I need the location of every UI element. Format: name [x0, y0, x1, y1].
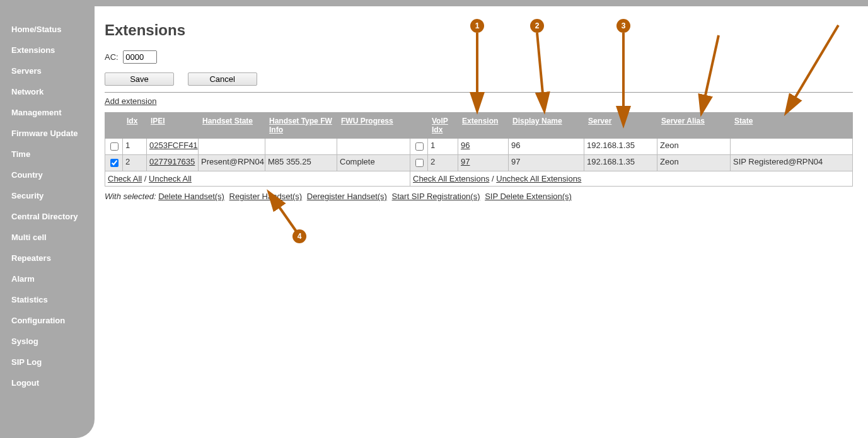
deregister-handsets-link[interactable]: Deregister Handset(s)	[307, 192, 387, 201]
cell-handset-type	[265, 139, 337, 155]
sidebar-item-configuration[interactable]: Configuration	[0, 310, 95, 331]
sidebar-item-sip-log[interactable]: SIP Log	[0, 352, 95, 372]
table-row: 2 0277917635 Present@RPN04 M85 355.25 Co…	[105, 155, 853, 171]
table-footer-row: Check All / Uncheck All Check All Extens…	[105, 171, 853, 187]
main-content: Extensions AC: Save Cancel Add extension	[95, 6, 868, 438]
cell-idx: 1	[123, 139, 147, 155]
cell-server-alias: Zeon	[657, 139, 731, 155]
ac-row: AC:	[105, 50, 853, 64]
col-voip-checkbox	[410, 113, 428, 139]
delete-handsets-link[interactable]: Delete Handset(s)	[158, 192, 224, 201]
separator	[105, 92, 853, 93]
top-bar	[0, 0, 868, 6]
voip-checkbox[interactable]	[415, 159, 424, 167]
voip-checkbox[interactable]	[415, 142, 424, 151]
col-idx[interactable]: Idx	[123, 113, 147, 139]
sidebar-item-home-status[interactable]: Home/Status	[0, 19, 95, 40]
uncheck-all-link[interactable]: Uncheck All	[149, 174, 192, 183]
ac-label: AC:	[105, 52, 119, 62]
start-sip-registrations-link[interactable]: Start SIP Registration(s)	[392, 192, 480, 201]
sidebar-item-syslog[interactable]: Syslog	[0, 331, 95, 352]
col-fwu-progress[interactable]: FWU Progress	[337, 113, 410, 139]
cell-state: SIP Registered@RPN04	[731, 155, 853, 171]
check-all-link[interactable]: Check All	[108, 174, 142, 183]
cell-server: 192.168.1.35	[584, 155, 657, 171]
col-checkbox	[105, 113, 123, 139]
col-handset-type[interactable]: Handset Type FW Info	[265, 113, 337, 139]
cell-fwu-progress: Complete	[337, 155, 410, 171]
add-extension-link[interactable]: Add extension	[105, 96, 156, 106]
col-extension[interactable]: Extension	[458, 113, 509, 139]
cell-extension-link[interactable]: 97	[461, 157, 470, 166]
cell-server-alias: Zeon	[657, 155, 731, 171]
sidebar-item-security[interactable]: Security	[0, 185, 95, 206]
sidebar-item-network[interactable]: Network	[0, 81, 95, 102]
sidebar-item-extensions[interactable]: Extensions	[0, 40, 95, 61]
cell-fwu-progress	[337, 139, 410, 155]
sidebar-item-management[interactable]: Management	[0, 102, 95, 123]
sidebar: Home/Status Extensions Servers Network M…	[0, 6, 95, 438]
row-checkbox[interactable]	[110, 159, 119, 167]
actions-prefix: With selected:	[105, 192, 156, 201]
page-title: Extensions	[105, 21, 853, 39]
cell-handset-state: Present@RPN04	[199, 155, 265, 171]
sidebar-item-country[interactable]: Country	[0, 164, 95, 185]
col-voip-idx[interactable]: VoIP Idx	[428, 113, 458, 139]
ac-input[interactable]	[123, 50, 157, 64]
cell-state	[731, 139, 853, 155]
table-row: 1 0253FCFF41 1 96 96 192.168.1.35 Zeon	[105, 139, 853, 155]
col-display-name[interactable]: Display Name	[509, 113, 584, 139]
col-state[interactable]: State	[731, 113, 853, 139]
cell-server: 192.168.1.35	[584, 139, 657, 155]
save-button[interactable]: Save	[105, 72, 174, 86]
sidebar-item-time[interactable]: Time	[0, 144, 95, 164]
sidebar-item-central-directory[interactable]: Central Directory	[0, 206, 95, 227]
col-server[interactable]: Server	[584, 113, 657, 139]
table-header-row: Idx IPEI Handset State Handset Type FW I…	[105, 113, 853, 139]
cell-voip-idx: 1	[428, 139, 458, 155]
cell-handset-type: M85 355.25	[265, 155, 337, 171]
cell-display-name: 97	[509, 155, 584, 171]
register-handsets-link[interactable]: Register Handset(s)	[229, 192, 303, 201]
sidebar-item-servers[interactable]: Servers	[0, 61, 95, 81]
sidebar-item-statistics[interactable]: Statistics	[0, 289, 95, 310]
col-handset-state[interactable]: Handset State	[199, 113, 265, 139]
cell-voip-idx: 2	[428, 155, 458, 171]
extensions-table: Idx IPEI Handset State Handset Type FW I…	[105, 112, 853, 187]
cell-ipei-link[interactable]: 0277917635	[149, 157, 195, 166]
svg-line-5	[271, 195, 298, 233]
sidebar-item-multi-cell[interactable]: Multi cell	[0, 227, 95, 248]
sidebar-item-logout[interactable]: Logout	[0, 372, 95, 393]
cell-idx: 2	[123, 155, 147, 171]
sidebar-item-alarm[interactable]: Alarm	[0, 268, 95, 289]
col-server-alias[interactable]: Server Alias	[657, 113, 731, 139]
sidebar-item-repeaters[interactable]: Repeaters	[0, 248, 95, 268]
cell-display-name: 96	[509, 139, 584, 155]
bulk-actions: With selected: Delete Handset(s) Registe…	[105, 192, 853, 201]
sidebar-item-firmware-update[interactable]: Firmware Update	[0, 123, 95, 144]
svg-line-1	[537, 33, 544, 107]
row-checkbox[interactable]	[110, 142, 119, 151]
sip-delete-extensions-link[interactable]: SIP Delete Extension(s)	[485, 192, 572, 201]
cell-extension-link[interactable]: 96	[461, 141, 470, 150]
check-all-extensions-link[interactable]: Check All Extensions	[413, 174, 489, 183]
col-ipei[interactable]: IPEI	[147, 113, 199, 139]
extensions-table-wrap: Idx IPEI Handset State Handset Type FW I…	[105, 112, 853, 187]
cell-handset-state	[199, 139, 265, 155]
annotation-badge: 4	[292, 229, 306, 243]
uncheck-all-extensions-link[interactable]: Uncheck All Extensions	[496, 174, 581, 183]
cell-ipei-link[interactable]: 0253FCFF41	[149, 141, 198, 150]
cancel-button[interactable]: Cancel	[188, 72, 257, 86]
button-row: Save Cancel	[105, 72, 853, 86]
